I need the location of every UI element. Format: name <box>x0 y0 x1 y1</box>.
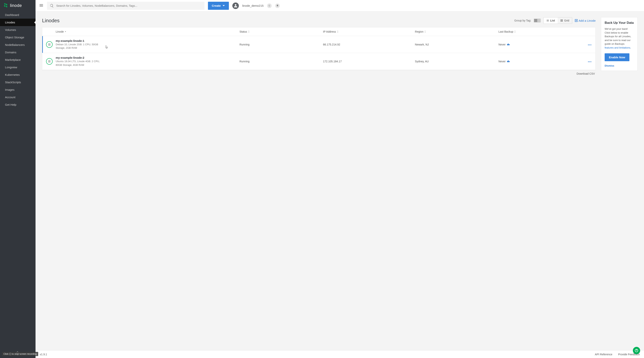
view-grid-button[interactable]: Grid <box>558 17 572 23</box>
sort-icon <box>514 31 516 33</box>
sidebar-item-images[interactable]: Images <box>0 86 36 93</box>
avatar[interactable] <box>232 2 239 9</box>
col-ip[interactable]: IP Address <box>323 30 415 33</box>
user-icon <box>234 4 238 8</box>
more-icon <box>588 61 592 62</box>
sidebar-item-marketplace[interactable]: Marketplace <box>0 56 36 63</box>
brand-logo[interactable]: linode <box>0 0 36 11</box>
sort-icon <box>248 31 250 33</box>
notification-count[interactable]: 0 <box>267 3 272 8</box>
status-running-icon <box>46 58 52 65</box>
sidebar-item-nodebalancers[interactable]: NodeBalancers <box>0 41 36 48</box>
table-header: Linode Status IP Address Region Last Bac… <box>42 27 596 36</box>
footer: v1.9.1 API Reference Provide Feedback <box>36 350 644 358</box>
svg-point-6 <box>590 61 592 62</box>
group-by-tag-label: Group by Tag: <box>514 19 531 22</box>
group-by-tag-toggle[interactable] <box>534 18 541 22</box>
grid-icon <box>560 19 563 22</box>
search-icon <box>50 4 54 8</box>
sidebar-item-account[interactable]: Account <box>0 93 36 101</box>
sort-icon <box>337 31 339 33</box>
api-reference-link[interactable]: API Reference <box>595 353 612 356</box>
stop-icon <box>9 353 11 355</box>
username[interactable]: linode_demo215 <box>242 4 264 7</box>
linode-name[interactable]: my-example-linode-1 <box>56 39 240 42</box>
page-title: Linodes <box>42 18 60 23</box>
chevron-down-icon <box>222 4 225 7</box>
add-linode-link[interactable]: Add a Linode <box>575 19 596 22</box>
hamburger-icon <box>39 3 44 8</box>
download-csv-link[interactable]: Download CSV <box>42 70 596 77</box>
sort-asc-icon <box>64 31 66 33</box>
svg-point-1 <box>588 44 589 45</box>
create-button[interactable]: Create <box>208 2 229 10</box>
sort-icon <box>424 31 426 33</box>
search-box[interactable] <box>47 2 204 10</box>
version-label: v1.9.1 <box>40 353 47 356</box>
sidebar-item-object-storage[interactable]: Object Storage <box>0 33 36 41</box>
col-backup[interactable]: Last Backup <box>498 30 582 33</box>
sidebar-item-get-help[interactable]: Get Help <box>0 101 36 108</box>
ip-cell: 172.105.184.17 <box>323 60 415 63</box>
cloud-upload-icon <box>507 60 510 63</box>
search-input[interactable] <box>54 4 202 7</box>
backup-features-link[interactable]: features and limitations <box>605 46 630 49</box>
backup-cell[interactable]: Never <box>498 60 582 63</box>
status-running-icon <box>46 41 52 48</box>
notifications-button[interactable] <box>275 3 280 8</box>
col-status[interactable]: Status <box>240 30 323 33</box>
svg-point-4 <box>588 61 589 62</box>
sidebar-item-dashboard[interactable]: Dashboard <box>0 11 36 18</box>
backup-panel-title: Back Up Your Data <box>605 21 634 25</box>
sidebar-item-domains[interactable]: Domains <box>0 48 36 56</box>
sidebar-item-linodes[interactable]: Linodes <box>0 18 36 26</box>
brand-text: linode <box>10 3 22 8</box>
backup-panel: Back Up Your Data We've got your back! C… <box>601 17 638 71</box>
linodes-table: Linode Status IP Address Region Last Bac… <box>42 27 596 70</box>
view-toggle: List Grid <box>544 17 572 24</box>
sidebar-nav: DashboardLinodesVolumesObject StorageNod… <box>0 11 36 348</box>
svg-point-2 <box>589 44 590 45</box>
linode-logo-icon <box>4 3 8 8</box>
row-actions[interactable] <box>582 43 592 46</box>
more-icon <box>588 44 592 45</box>
help-fab[interactable] <box>633 347 640 354</box>
sidebar-item-stackscripts[interactable]: StackScripts <box>0 78 36 86</box>
menu-toggle[interactable] <box>39 3 44 8</box>
status-cell: Running <box>240 60 323 63</box>
help-icon <box>634 349 638 353</box>
enable-backups-button[interactable]: Enable Now <box>605 53 630 61</box>
dismiss-backup-link[interactable]: Dismiss <box>605 64 634 67</box>
region-cell: Newark, NJ <box>415 43 498 46</box>
sidebar-item-volumes[interactable]: Volumes <box>0 26 36 33</box>
view-list-button[interactable]: List <box>544 17 558 23</box>
linode-desc: Ubuntu 18.04 LTS, Linode 4GB: 2 CPU, 80G… <box>56 60 106 66</box>
row-actions[interactable] <box>582 60 592 63</box>
ip-cell: 66.175.214.92 <box>323 43 415 46</box>
region-cell: Sydney, AU <box>415 60 498 63</box>
backup-cell[interactable]: Never <box>498 43 582 46</box>
backup-panel-text: We've got your back! Click below to enab… <box>605 27 634 49</box>
sidebar-item-longview[interactable]: Longview <box>0 63 36 71</box>
bell-icon <box>276 4 279 7</box>
table-row[interactable]: my-example-linode-2Ubuntu 18.04 LTS, Lin… <box>42 53 596 70</box>
topbar: Create linode_demo215 0 <box>36 0 644 11</box>
cloud-upload-icon <box>507 43 510 46</box>
linode-name[interactable]: my-example-linode-2 <box>56 56 240 59</box>
create-label: Create <box>212 4 221 7</box>
svg-point-5 <box>589 61 590 62</box>
table-row[interactable]: my-example-linode-1Debian 10, Linode 2GB… <box>42 36 596 53</box>
list-icon <box>546 19 549 22</box>
sidebar: linode DashboardLinodesVolumesObject Sto… <box>0 0 36 358</box>
plus-square-icon <box>575 19 578 22</box>
linode-desc: Debian 10, Linode 2GB: 1 CPU, 50GB Stora… <box>56 43 106 50</box>
col-linode[interactable]: Linode <box>56 30 240 33</box>
recording-hint: Clickto stop screen recording <box>2 352 38 356</box>
sidebar-item-kubernetes[interactable]: Kubernetes <box>0 71 36 78</box>
status-cell: Running <box>240 43 323 46</box>
svg-point-3 <box>590 44 592 45</box>
col-region[interactable]: Region <box>415 30 498 33</box>
